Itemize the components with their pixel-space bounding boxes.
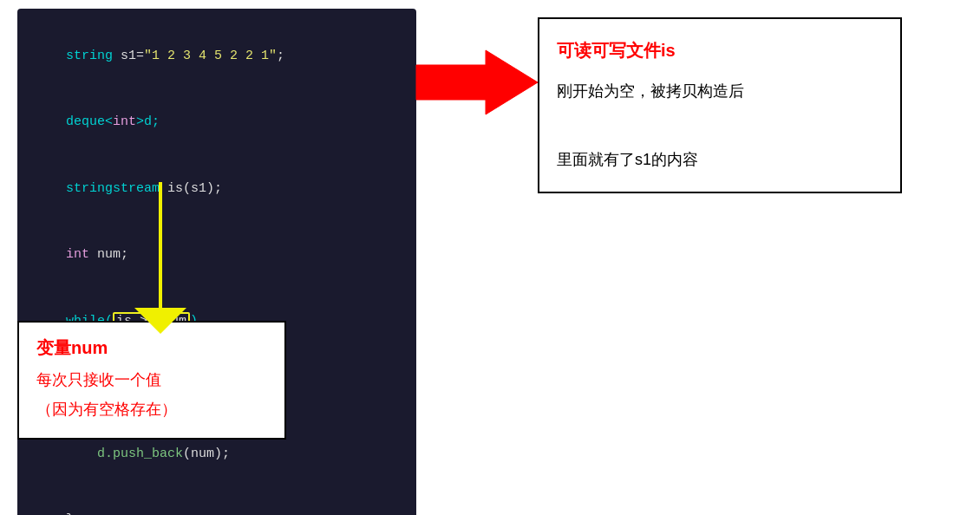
code-line-4: int num; — [35, 222, 399, 289]
annotation-bottom-line1: 每次只接收一个值 — [36, 371, 161, 388]
code-token: is(s1); — [160, 181, 222, 196]
code-token: deque< — [66, 114, 113, 129]
code-token: stringstream — [66, 181, 160, 196]
annotation-bottom-title: 变量num — [36, 336, 267, 360]
annotation-right-title: 可读可写文件is — [557, 33, 883, 68]
code-token: num; — [89, 247, 128, 262]
code-token: int — [113, 114, 136, 129]
code-token: ; — [277, 49, 284, 63]
code-token: s1= — [113, 49, 144, 63]
code-token: int — [66, 247, 89, 262]
red-arrow — [416, 50, 538, 114]
annotation-bottom-body: 每次只接收一个值 （因为有空格存在） — [36, 365, 267, 424]
code-token: >d; — [136, 114, 160, 129]
annotation-bottom-line2: （因为有空格存在） — [36, 401, 177, 418]
annotation-right-body: 刚开始为空，被拷贝构造后 里面就有了s1的内容 — [557, 75, 883, 178]
code-line-8: } — [35, 487, 399, 516]
code-token: "1 2 3 4 5 2 2 1" — [144, 49, 277, 63]
annotation-right-box: 可读可写文件is 刚开始为空，被拷贝构造后 里面就有了s1的内容 — [538, 17, 902, 193]
code-token: (num); — [183, 447, 230, 461]
code-token: d.push_back — [66, 447, 183, 461]
annotation-right-line1: 刚开始为空，被拷贝构造后 — [557, 82, 744, 100]
annotation-bottom-box: 变量num 每次只接收一个值 （因为有空格存在） — [17, 321, 286, 440]
code-line-3: stringstream is(s1); — [35, 155, 399, 222]
code-line-1: string s1="1 2 3 4 5 2 2 1"; — [35, 23, 399, 89]
code-token: string — [66, 49, 113, 63]
code-line-2: deque<int>d; — [35, 89, 399, 156]
annotation-right-line3: 里面就有了s1的内容 — [557, 151, 698, 168]
